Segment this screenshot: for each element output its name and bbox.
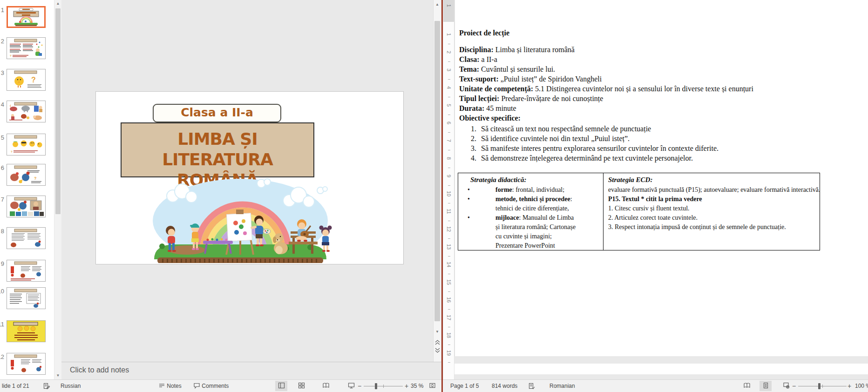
ruler-tick (448, 345, 450, 345)
slide-thumbnail-12[interactable]: 12 (0, 353, 54, 376)
slide-thumbnail-8[interactable]: 8 (0, 227, 54, 250)
slide-thumbnail-image (7, 320, 46, 342)
scrollbar-thumb[interactable] (434, 21, 440, 321)
slide-thumbnail-panel: 1 2 (0, 0, 54, 379)
slide-title-line1: LIMBA ȘI LITERATURA (122, 129, 313, 170)
ruler-tick (448, 256, 450, 257)
scroll-down-arrow[interactable]: ▼ (434, 328, 441, 335)
doc-field-tipul: Tipul lecției: Predare-învățare de noi c… (459, 94, 603, 103)
slideshow-view-button[interactable] (345, 381, 357, 391)
ruler-number: 10 (446, 188, 452, 199)
bullet: • (468, 185, 470, 195)
zoom-level[interactable]: 35 % (411, 380, 423, 392)
next-slide-button[interactable] (434, 346, 441, 355)
slide-thumbnail-9[interactable]: 9 (0, 260, 54, 283)
slide-thumbnail-10[interactable]: 10 (0, 287, 54, 311)
zoom-slider-thumb[interactable] (375, 383, 377, 389)
zoom-level[interactable]: 100 % (855, 380, 868, 392)
notes-pane[interactable]: Click to add notes (61, 362, 441, 379)
zoom-out-button[interactable]: − (358, 380, 361, 392)
row-bold: forme (495, 186, 512, 193)
ruler-margin-number: 1 (446, 0, 452, 11)
notes-toggle[interactable]: Notes (158, 380, 182, 392)
ruler-tick (448, 291, 450, 292)
slide-thumbnail-5[interactable]: 5 ? (0, 134, 54, 157)
thumb-5-art: ? (7, 134, 45, 155)
editor-scrollbar[interactable]: ▲ ▼ (433, 0, 441, 362)
slide-indicator[interactable]: lide 1 of 21 (2, 380, 29, 392)
field-value: a II-a (480, 55, 497, 63)
field-value: Predare-învățare de noi cunoștințe (499, 95, 603, 102)
word-count[interactable]: 814 words (492, 380, 517, 392)
row-text: Prezentare PowerPoint (495, 241, 555, 250)
row-rest: Prezentare PowerPoint (495, 242, 555, 249)
slide-thumbnail-3[interactable]: 3 ? (0, 69, 54, 92)
row-rest: tehnici de citire diferențiate, (495, 205, 569, 212)
doc-field-disciplina: Disciplina: Limba și literatura română (459, 45, 575, 54)
scrollbar-thumb[interactable] (55, 8, 61, 214)
zoom-in-button[interactable]: + (848, 380, 851, 392)
thumbnail-panel-scrollbar[interactable]: ▲ ▼ (54, 0, 61, 379)
ruler-number: 15 (446, 277, 452, 288)
spell-check-icon[interactable] (43, 380, 50, 392)
zoom-slider-midtick (383, 385, 384, 388)
web-layout-button[interactable] (780, 381, 792, 391)
bullet: • (468, 213, 470, 223)
slide-title-box[interactable]: LIMBA ȘI LITERATURA ROMÂNĂ (121, 122, 314, 177)
page-indicator[interactable]: Page 1 of 5 (450, 380, 479, 392)
fit-slide-to-window-button[interactable] (427, 381, 438, 391)
ruler-tick (448, 274, 450, 274)
zoom-in-button[interactable]: + (405, 380, 408, 392)
word-status-bar: Page 1 of 5 814 words Romanian − + 100 % (441, 379, 868, 392)
bullet: • (468, 195, 470, 204)
objective-item: 2.Să identifice cuvintele noi din textul… (468, 134, 630, 143)
comments-toggle[interactable]: Comments (193, 380, 229, 392)
slide-sorter-icon (298, 382, 305, 389)
objective-number: 3. (468, 143, 476, 153)
document-page[interactable]: Proiect de lecție Disciplina: Limba și l… (454, 0, 868, 356)
slide-thumbnail-4[interactable]: 4 (0, 101, 54, 124)
document-page-2-top[interactable] (454, 364, 868, 374)
slide-thumbnail-7[interactable]: 7 (0, 196, 54, 219)
normal-view-button[interactable] (275, 381, 287, 391)
doc-field-tema: Tema: Cuvântul și sensurile lui. (459, 64, 555, 74)
row-text: tehnici de citire diferențiate, (495, 204, 569, 213)
scroll-down-arrow[interactable]: ▼ (54, 372, 61, 379)
zoom-out-button[interactable]: − (792, 380, 796, 392)
slide-thumbnail-11[interactable]: 11 (0, 320, 54, 344)
slide-thumbnail-6[interactable]: 6 ? (0, 164, 54, 187)
slide-canvas[interactable]: Clasa a II-a LIMBA ȘI LITERATURA ROMÂNĂ (95, 91, 404, 264)
thumb-3-art: ? (7, 69, 45, 90)
slide-thumbnail-2[interactable]: 2 ? (0, 37, 54, 61)
slide-thumbnail-1[interactable]: 1 (0, 6, 54, 29)
proofing-icon[interactable] (528, 380, 536, 392)
language-indicator[interactable]: Russian (61, 380, 81, 392)
row-text: forme: frontal, individual; (495, 185, 564, 195)
table-left-heading: Strategia didactică: (470, 176, 526, 184)
reading-view-button[interactable] (320, 381, 332, 391)
ruler-number: 2 (446, 47, 452, 58)
print-layout-button[interactable] (760, 381, 772, 391)
svg-text:?: ? (31, 76, 36, 84)
doc-field-durata: Durata: 45 minute (459, 103, 516, 113)
notes-placeholder[interactable]: Click to add notes (70, 366, 129, 374)
ruler-number: 9 (446, 170, 452, 182)
slide-illustration[interactable] (147, 176, 333, 263)
scroll-up-arrow[interactable]: ▲ (54, 0, 61, 7)
objective-item: 1.Să citească un text nou respectând sem… (468, 124, 651, 134)
thumb-11-art (7, 321, 45, 342)
slide-sorter-view-button[interactable] (295, 381, 307, 391)
zoom-slider-thumb[interactable] (818, 383, 821, 389)
ruler-number: 3 (446, 64, 452, 75)
ruler-number: 11 (446, 206, 452, 217)
thumb-6-art: ? (7, 164, 45, 185)
language-indicator[interactable]: Romanian (549, 380, 575, 392)
scroll-up-arrow[interactable]: ▲ (434, 1, 441, 8)
objective-item: 4.Să demonstreze înțelegerea determinând… (468, 153, 693, 163)
normal-view-icon (278, 382, 285, 389)
field-label: Tema: (459, 65, 479, 73)
slide-class-label-box[interactable]: Clasa a II-a (153, 104, 281, 122)
read-mode-button[interactable] (741, 381, 753, 391)
window-divider[interactable] (441, 0, 443, 392)
doc-field-text-suport: Text-suport: „Puiul isteț” de Spiridon V… (459, 74, 602, 84)
